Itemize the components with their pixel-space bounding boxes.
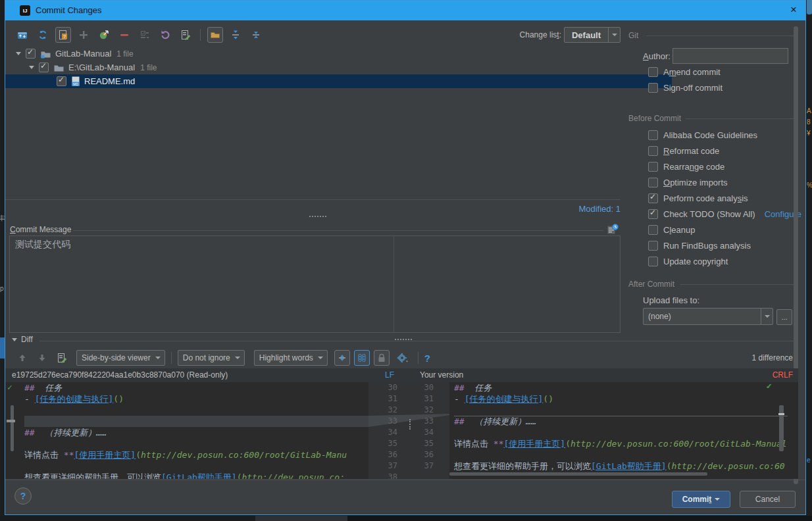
remove-icon[interactable] [116, 27, 132, 43]
commit-message-text[interactable]: 测试提交代码 [15, 239, 70, 251]
git-section-rule [646, 36, 795, 36]
commit-message-box[interactable]: 测试提交代码 [9, 236, 621, 333]
after-commit-section-label: After Commit [628, 280, 674, 289]
settings-gear-icon[interactable] [393, 350, 412, 366]
checkbox[interactable] [648, 67, 658, 77]
diff-help-icon[interactable]: ? [424, 353, 430, 364]
collapse-unchanged-icon[interactable] [334, 350, 350, 366]
left-editor[interactable]: ## 任务- [任务的创建与执行]()## （持续更新）……详情点击 **[使用… [5, 382, 368, 479]
show-unversioned-files-icon[interactable]: ? [55, 27, 71, 43]
checkbox-row: Cleanup [648, 224, 801, 235]
left-editor-scrollbar[interactable] [11, 405, 14, 451]
close-icon[interactable]: × [787, 3, 800, 16]
edit-file-icon[interactable] [54, 350, 70, 366]
checkbox[interactable] [648, 241, 658, 251]
diff-line [24, 460, 368, 472]
commit-button[interactable]: Commit [672, 491, 730, 508]
difference-count: 1 difference [703, 353, 793, 362]
checkbox[interactable] [26, 49, 36, 59]
gutter-drag-handle[interactable] [409, 419, 411, 430]
right-editor-hscrollbar[interactable] [449, 472, 707, 476]
line-number: 34 [368, 427, 397, 438]
code-segment: ** [494, 439, 504, 449]
chevron-expanded-icon[interactable] [29, 66, 34, 69]
checkbox[interactable] [648, 178, 658, 187]
checkbox[interactable] [57, 76, 66, 86]
diff-section-header[interactable]: Diff [12, 335, 33, 344]
move-to-changelist-icon[interactable] [96, 27, 112, 43]
show-diff-icon[interactable] [14, 27, 30, 43]
right-editor[interactable]: ## 任务- [任务的创建与执行]()## （持续更新）……详情点击 **[使用… [449, 382, 788, 479]
changelist-folder-icon [40, 49, 51, 59]
diff-line: ## 任务 [24, 382, 368, 393]
code-segment: () [113, 394, 124, 404]
cancel-button[interactable]: Cancel [740, 491, 796, 508]
checkbox[interactable] [648, 209, 658, 219]
checkbox-row: Rearrange code [648, 161, 801, 172]
group-by-directory-icon[interactable] [207, 27, 223, 43]
message-history-icon[interactable] [607, 224, 619, 236]
checkbox[interactable] [648, 225, 658, 235]
checkbox[interactable] [648, 193, 658, 203]
line-number: 32 [368, 405, 397, 416]
checkbox[interactable] [648, 146, 658, 156]
diff-line [24, 416, 368, 427]
checkbox[interactable] [648, 162, 658, 172]
checkbox-label: Check TODO (Show All) [663, 209, 755, 219]
commit-changes-dialog: IJ Commit Changes × ? [5, 0, 806, 515]
highlight-policy-value: Highlight words [255, 353, 318, 362]
lock-icon[interactable] [374, 350, 390, 366]
tree-row-changelist[interactable]: GitLab-Manual 1 file [5, 47, 631, 61]
code-segment: - [454, 394, 465, 404]
right-line-ending[interactable]: CRLF [729, 370, 793, 380]
next-difference-icon[interactable] [34, 350, 50, 366]
author-input[interactable] [672, 48, 788, 64]
all-changes-applied-icon: ✓✓ [766, 382, 772, 391]
code-segment: ( [136, 450, 141, 460]
checkbox[interactable] [39, 62, 49, 72]
edit-source-icon[interactable] [178, 27, 193, 43]
previous-difference-icon[interactable] [14, 350, 30, 366]
splitter-handle[interactable] [309, 216, 326, 217]
code-segment: 详情点击 [454, 439, 494, 449]
checkbox-label: Cleanup [663, 225, 695, 235]
upload-more-button[interactable]: ... [776, 309, 792, 325]
right-editor-scrollbar[interactable] [779, 405, 784, 451]
synchronize-scrolling-icon[interactable] [354, 350, 370, 366]
chevron-expanded-icon[interactable] [16, 52, 21, 55]
commit-button-label: Commit [682, 495, 712, 504]
checkbox-row: Perform code analysis [648, 193, 801, 203]
tree-row-directory[interactable]: E:\GitLab-Manual 1 file [5, 61, 644, 74]
upload-files-label: Upload files to: [643, 295, 699, 305]
splitter-handle[interactable] [395, 339, 412, 340]
checkbox[interactable] [648, 257, 658, 266]
rollback-icon[interactable] [157, 27, 173, 43]
change-list-select[interactable]: Default [564, 27, 621, 43]
line-number: 31 [405, 393, 434, 405]
ignore-policy-select[interactable]: Do not ignore [178, 350, 245, 366]
chevron-down-icon[interactable] [608, 28, 620, 42]
expand-all-icon[interactable] [228, 27, 243, 43]
checkbox[interactable] [648, 83, 658, 93]
add-icon[interactable] [76, 27, 91, 43]
code-segment: （持续更新）…… [474, 416, 536, 426]
chevron-down-icon[interactable] [761, 309, 773, 324]
refresh-icon[interactable] [35, 27, 51, 43]
left-line-ending[interactable]: LF [385, 370, 394, 380]
changelist-icon[interactable] [137, 27, 153, 43]
collapse-all-icon[interactable] [248, 27, 264, 43]
viewer-select[interactable]: Side-by-side viewer [76, 350, 165, 366]
diff-line: - [任务的创建与执行]() [24, 393, 368, 405]
diff-line: 详情点击 **[使用手册主页](http://dev.posun.co:600/… [454, 438, 788, 449]
code-segment: ## [24, 383, 45, 393]
help-button[interactable]: ? [14, 487, 32, 505]
tree-row-file-selected[interactable]: MD README.md [5, 74, 672, 88]
code-segment: http://dev.posun.co:600/root/GitLab-Manu [141, 450, 347, 460]
title-bar[interactable]: IJ Commit Changes × [5, 1, 805, 20]
background-right-strip: A 8 ¥ % e [807, 0, 812, 521]
chevron-expanded-icon[interactable] [12, 338, 17, 341]
upload-files-select[interactable]: (none) [643, 308, 773, 325]
checkbox[interactable] [648, 130, 658, 140]
highlight-policy-select[interactable]: Highlight words [254, 350, 328, 366]
scrollbar-change-marker [778, 413, 784, 415]
